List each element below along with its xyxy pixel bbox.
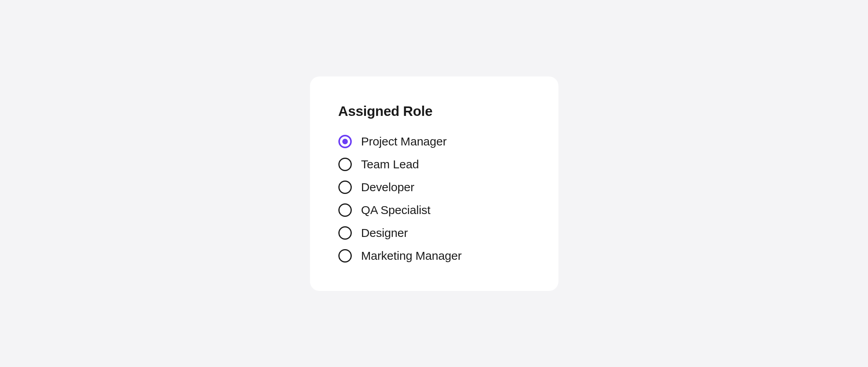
- radio-label: QA Specialist: [361, 203, 431, 217]
- role-selection-card: Assigned Role Project Manager Team Lead …: [310, 76, 558, 291]
- radio-dot-icon: [342, 139, 348, 144]
- radio-label: Designer: [361, 226, 408, 240]
- radio-option-designer[interactable]: Designer: [338, 226, 530, 240]
- radio-label: Marketing Manager: [361, 249, 462, 263]
- radio-label: Team Lead: [361, 158, 419, 171]
- radio-option-qa-specialist[interactable]: QA Specialist: [338, 203, 530, 217]
- radio-circle-icon: [338, 249, 352, 263]
- radio-label: Developer: [361, 181, 414, 194]
- radio-option-developer[interactable]: Developer: [338, 181, 530, 194]
- radio-label: Project Manager: [361, 135, 447, 148]
- radio-circle-icon: [338, 181, 352, 194]
- radio-option-marketing-manager[interactable]: Marketing Manager: [338, 249, 530, 263]
- radio-group: Project Manager Team Lead Developer QA S…: [338, 135, 530, 263]
- radio-option-team-lead[interactable]: Team Lead: [338, 158, 530, 171]
- card-title: Assigned Role: [338, 103, 530, 119]
- radio-circle-icon: [338, 135, 352, 148]
- radio-circle-icon: [338, 226, 352, 240]
- radio-option-project-manager[interactable]: Project Manager: [338, 135, 530, 148]
- radio-circle-icon: [338, 203, 352, 217]
- radio-circle-icon: [338, 158, 352, 171]
